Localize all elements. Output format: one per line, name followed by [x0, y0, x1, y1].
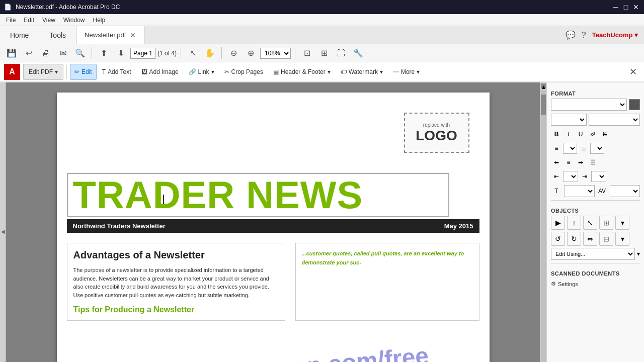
- menu-view[interactable]: View: [38, 16, 59, 25]
- text-size-button[interactable]: T: [551, 186, 562, 197]
- next-page-button[interactable]: ⬇: [113, 46, 128, 60]
- play-object-button[interactable]: ▶: [551, 216, 565, 230]
- watermark-icon: 🏷: [341, 68, 347, 75]
- align-objects-button[interactable]: ⊟: [599, 232, 613, 246]
- fit-page-button[interactable]: ⊡: [299, 46, 314, 60]
- scroll-up-btn[interactable]: ▲: [541, 83, 546, 88]
- rotate-left-button[interactable]: ↺: [551, 232, 565, 246]
- save-button[interactable]: 💾: [4, 46, 19, 60]
- tab-home[interactable]: Home: [0, 26, 39, 44]
- up-object-button[interactable]: ↑: [567, 216, 581, 230]
- spacing-select[interactable]: [564, 185, 595, 197]
- page-input[interactable]: [130, 48, 155, 59]
- add-text-button[interactable]: T Add Text: [98, 64, 136, 80]
- increase-indent-button[interactable]: ⇥: [579, 171, 590, 182]
- user-account[interactable]: TeachUcomp ▾: [592, 31, 638, 39]
- minimize-button[interactable]: ─: [612, 3, 620, 11]
- arrange-chevron-button[interactable]: ▾: [615, 216, 629, 230]
- font-style-select[interactable]: [589, 114, 640, 126]
- edit-pdf-label: Edit PDF: [29, 68, 53, 75]
- bullet-list-button[interactable]: ≡: [551, 143, 562, 154]
- acrobat-icon[interactable]: A: [4, 64, 20, 80]
- justify-button[interactable]: ☰: [587, 157, 598, 168]
- watermark-button[interactable]: 🏷 Watermark ▾: [336, 64, 387, 80]
- pan-tool-button[interactable]: ✋: [202, 46, 217, 60]
- content-area: Advantages of a Newsletter The purpose o…: [67, 243, 479, 321]
- tools-button[interactable]: 🔧: [351, 46, 366, 60]
- font-size-select[interactable]: [551, 114, 587, 126]
- right-panel-scroll[interactable]: FORMAT B I U x² S ≡: [547, 82, 644, 362]
- full-screen-button[interactable]: ⛶: [334, 46, 349, 60]
- left-panel-handle[interactable]: ◀: [0, 82, 6, 362]
- crop-pages-button[interactable]: ✂ Crop Pages: [220, 64, 268, 80]
- doc-tab-close[interactable]: ✕: [130, 31, 136, 39]
- search-button[interactable]: 🔍: [72, 46, 88, 60]
- align-right-button[interactable]: ➡: [575, 157, 586, 168]
- align-center-button[interactable]: ≡: [563, 157, 574, 168]
- numbered-list-button[interactable]: ≣: [578, 143, 589, 154]
- menu-window[interactable]: Window: [59, 16, 89, 25]
- close-edit-toolbar-button[interactable]: ✕: [626, 65, 640, 79]
- toolbar-sep-2: [181, 47, 181, 59]
- help-icon[interactable]: ?: [582, 31, 586, 40]
- maximize-button[interactable]: □: [622, 3, 630, 11]
- edit-using-select[interactable]: Edit Using...: [551, 248, 635, 260]
- underline-button[interactable]: U: [575, 129, 586, 140]
- edit-pdf-button[interactable]: Edit PDF ▾: [23, 64, 63, 80]
- tab-tools[interactable]: Tools: [39, 26, 76, 44]
- zoom-select[interactable]: 108% 100% 75% 50%: [260, 48, 291, 59]
- newsletter-right-label: May 2015: [444, 222, 473, 230]
- add-image-button[interactable]: 🖼 Add Image: [137, 64, 183, 80]
- italic-button[interactable]: I: [563, 129, 574, 140]
- kerning-button[interactable]: AV: [597, 186, 608, 197]
- scrollbar-right[interactable]: ▲ ▼: [540, 82, 546, 362]
- format-bottom-row: T AV: [551, 185, 640, 197]
- print-button[interactable]: 🖨: [38, 46, 53, 60]
- decrease-indent-button[interactable]: ⇤: [551, 171, 562, 182]
- bold-button[interactable]: B: [551, 129, 562, 140]
- comment-icon[interactable]: 💬: [566, 30, 576, 40]
- scroll-track[interactable]: [541, 89, 546, 362]
- zoom-out-button[interactable]: ⊖: [226, 46, 241, 60]
- indent-select-2[interactable]: [591, 171, 606, 182]
- pdf-scroll[interactable]: replace with LOGO TRADER NEWS Northwind …: [6, 82, 540, 362]
- more-button[interactable]: ⋯ More ▾: [388, 64, 424, 80]
- link-button[interactable]: 🔗 Link ▾: [184, 64, 219, 80]
- fit-width-button[interactable]: ⊞: [316, 46, 332, 60]
- menu-file[interactable]: File: [2, 16, 20, 25]
- add-text-icon: T: [102, 68, 106, 75]
- header-footer-button[interactable]: ▤ Header & Footer ▾: [269, 64, 335, 80]
- tab-document[interactable]: Newsletter.pdf ✕: [76, 26, 144, 44]
- arrange-object-button[interactable]: ⊞: [599, 216, 613, 230]
- superscript-button[interactable]: x²: [587, 129, 598, 140]
- resize-object-button[interactable]: ⤡: [583, 216, 597, 230]
- strikethrough-button[interactable]: S: [599, 129, 610, 140]
- scroll-thumb[interactable]: [541, 95, 546, 115]
- email-button[interactable]: ✉: [55, 46, 70, 60]
- prev-page-button[interactable]: ⬆: [96, 46, 111, 60]
- align-chevron-button[interactable]: ▾: [615, 232, 629, 246]
- font-color-box[interactable]: [629, 99, 640, 110]
- undo-button[interactable]: ↩: [21, 46, 36, 60]
- flip-button[interactable]: ⇔: [583, 232, 597, 246]
- select-tool-button[interactable]: ↖: [185, 46, 200, 60]
- zoom-in-button[interactable]: ⊕: [243, 46, 258, 60]
- title-bar-controls[interactable]: ─ □ ✕: [612, 3, 640, 11]
- kerning-select[interactable]: [610, 185, 640, 197]
- menu-edit[interactable]: Edit: [20, 16, 38, 25]
- logo-placeholder[interactable]: replace with LOGO: [404, 113, 469, 153]
- scan-settings-item[interactable]: ⚙ Settings: [551, 279, 640, 289]
- rotate-right-button[interactable]: ↻: [567, 232, 581, 246]
- edit-button[interactable]: ✏ Edit: [70, 64, 97, 80]
- trader-news-text: TRADER NEWS: [73, 173, 363, 216]
- menu-help[interactable]: Help: [89, 16, 110, 25]
- trader-news-container[interactable]: TRADER NEWS: [67, 173, 449, 217]
- objects-section-title: OBJECTS: [551, 204, 640, 216]
- close-window-button[interactable]: ✕: [632, 3, 640, 11]
- bullet-style-select[interactable]: [563, 143, 577, 154]
- font-family-select[interactable]: [551, 99, 627, 111]
- number-style-select[interactable]: [590, 143, 604, 154]
- panel-divider-2: [551, 263, 640, 263]
- indent-select[interactable]: [563, 171, 578, 182]
- align-left-button[interactable]: ⬅: [551, 157, 562, 168]
